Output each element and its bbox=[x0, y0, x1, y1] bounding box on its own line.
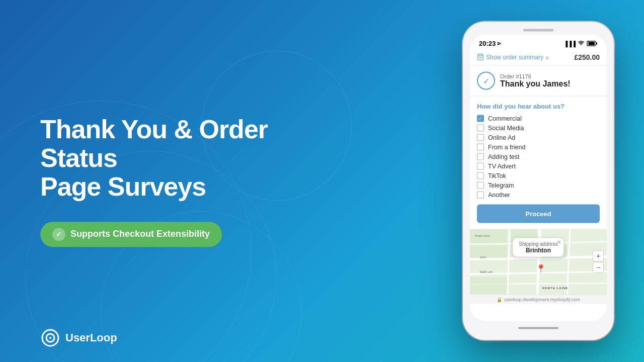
survey-checkbox[interactable] bbox=[477, 125, 484, 132]
survey-option-label: Adding test bbox=[488, 153, 520, 160]
survey-option-label: Telegram bbox=[488, 182, 514, 189]
survey-option-label: Online Ad bbox=[488, 134, 515, 141]
phone-home-bar bbox=[470, 323, 607, 333]
title-line-1: Thank You & Order Status bbox=[40, 115, 268, 172]
survey-checkbox[interactable] bbox=[477, 172, 484, 179]
survey-checkbox[interactable] bbox=[477, 192, 484, 199]
order-price: £250.00 bbox=[574, 53, 600, 61]
home-bar-indicator bbox=[518, 327, 558, 329]
map-pin: 📍 bbox=[536, 264, 546, 274]
map-tooltip-city: Brinhton bbox=[519, 247, 557, 254]
survey-option[interactable]: Adding test bbox=[477, 153, 600, 160]
survey-checkbox[interactable]: ✓ bbox=[477, 115, 484, 122]
checkout-extensibility-badge: ✓ Supports Checkout Extensibility bbox=[40, 222, 222, 247]
map-background: A270 MARK LAS NORTH LAINE Elm Grove Pres… bbox=[470, 229, 607, 295]
location-icon: ⊳ bbox=[497, 41, 501, 46]
svg-text:MARK LAS: MARK LAS bbox=[480, 271, 493, 274]
status-bar: 20:23 ⊳ ▐▐▐ bbox=[470, 35, 607, 50]
svg-text:NORTH LAINE: NORTH LAINE bbox=[542, 287, 569, 290]
svg-rect-6 bbox=[587, 42, 589, 45]
survey-option-label: From a friend bbox=[488, 144, 525, 151]
map-section: A270 MARK LAS NORTH LAINE Elm Grove Pres… bbox=[470, 229, 607, 295]
battery-icon bbox=[587, 40, 598, 46]
survey-option-label: TikTok bbox=[488, 172, 506, 179]
title-line-2: Page Surveys bbox=[40, 172, 206, 202]
survey-question: How did you hear about us? bbox=[477, 103, 600, 110]
logo-text: UserLoop bbox=[65, 331, 117, 344]
chevron-down-icon: ∨ bbox=[545, 54, 549, 60]
survey-option[interactable]: TikTok bbox=[477, 172, 600, 179]
status-icons: ▐▐▐ bbox=[564, 40, 598, 46]
phone-speaker bbox=[523, 29, 553, 32]
wifi-icon bbox=[578, 41, 585, 46]
survey-section: How did you hear about us? ✓CommercialSo… bbox=[470, 97, 607, 229]
survey-option[interactable]: Social Media bbox=[477, 125, 600, 132]
phone-frame: 20:23 ⊳ ▐▐▐ bbox=[463, 22, 614, 340]
phone-screen: 20:23 ⊳ ▐▐▐ bbox=[470, 35, 607, 321]
survey-option[interactable]: ✓Commercial bbox=[477, 115, 600, 122]
svg-text:Preston Drive: Preston Drive bbox=[475, 235, 490, 237]
survey-option[interactable]: TV Advert bbox=[477, 163, 600, 170]
order-number: Order #1176 bbox=[500, 73, 571, 79]
show-order-text: Show order summary bbox=[486, 54, 543, 61]
order-info: Order #1176 Thank you James! bbox=[500, 73, 571, 88]
status-time: 20:23 ⊳ bbox=[479, 40, 501, 47]
svg-rect-18 bbox=[470, 245, 507, 258]
logo-icon bbox=[40, 328, 60, 348]
svg-point-2 bbox=[49, 337, 51, 339]
survey-checkbox[interactable] bbox=[477, 182, 484, 189]
phone-mockup: 20:23 ⊳ ▐▐▐ bbox=[463, 22, 614, 340]
svg-rect-20 bbox=[470, 277, 507, 294]
thank-you-message: Thank you James! bbox=[500, 79, 571, 88]
badge-label: Supports Checkout Extensibility bbox=[70, 229, 210, 239]
survey-checkbox[interactable] bbox=[477, 144, 484, 151]
survey-option[interactable]: Telegram bbox=[477, 182, 600, 189]
signal-icon: ▐▐▐ bbox=[564, 40, 576, 46]
store-url: userloop-development.myshopify.com bbox=[504, 297, 580, 302]
show-order-summary[interactable]: Show order summary ∨ bbox=[477, 54, 549, 61]
thank-you-section: ✓ Order #1176 Thank you James! bbox=[470, 66, 607, 97]
page-title: Thank You & Order Status Page Surveys bbox=[40, 115, 332, 202]
survey-option-label: Commercial bbox=[488, 115, 522, 122]
time-display: 20:23 bbox=[479, 40, 496, 47]
survey-option-label: Another bbox=[488, 192, 510, 199]
map-tooltip: ✕ Shipping address Brinhton bbox=[513, 238, 564, 257]
survey-option[interactable]: From a friend bbox=[477, 144, 600, 151]
survey-option[interactable]: Another bbox=[477, 192, 600, 199]
survey-checkbox[interactable] bbox=[477, 134, 484, 141]
phone-footer-url: 🔒 userloop-development.myshopify.com bbox=[470, 295, 607, 304]
userloop-logo: UserLoop bbox=[40, 328, 117, 348]
map-tooltip-label: Shipping address bbox=[519, 241, 557, 247]
order-check-icon: ✓ bbox=[477, 72, 495, 90]
survey-option-label: Social Media bbox=[488, 125, 524, 132]
survey-options-list: ✓CommercialSocial MediaOnline AdFrom a f… bbox=[477, 115, 600, 199]
survey-checkbox[interactable] bbox=[477, 163, 484, 170]
cart-icon bbox=[477, 54, 484, 61]
lock-icon: 🔒 bbox=[497, 297, 502, 302]
badge-check-icon: ✓ bbox=[52, 228, 65, 241]
survey-checkbox[interactable] bbox=[477, 153, 484, 160]
survey-option-label: TV Advert bbox=[488, 163, 516, 170]
svg-text:A270: A270 bbox=[480, 256, 486, 259]
zoom-in-button[interactable]: + bbox=[593, 250, 604, 261]
svg-rect-4 bbox=[596, 42, 597, 45]
zoom-out-button[interactable]: − bbox=[593, 262, 604, 273]
proceed-button[interactable]: Proceed bbox=[477, 205, 600, 223]
map-zoom-controls: + − bbox=[593, 250, 604, 273]
map-tooltip-close[interactable]: ✕ bbox=[557, 239, 561, 245]
checkout-header: Show order summary ∨ £250.00 bbox=[470, 50, 607, 66]
survey-option[interactable]: Online Ad bbox=[477, 134, 600, 141]
left-panel: Thank You & Order Status Page Surveys ✓ … bbox=[40, 115, 332, 247]
phone-notch bbox=[470, 29, 607, 32]
